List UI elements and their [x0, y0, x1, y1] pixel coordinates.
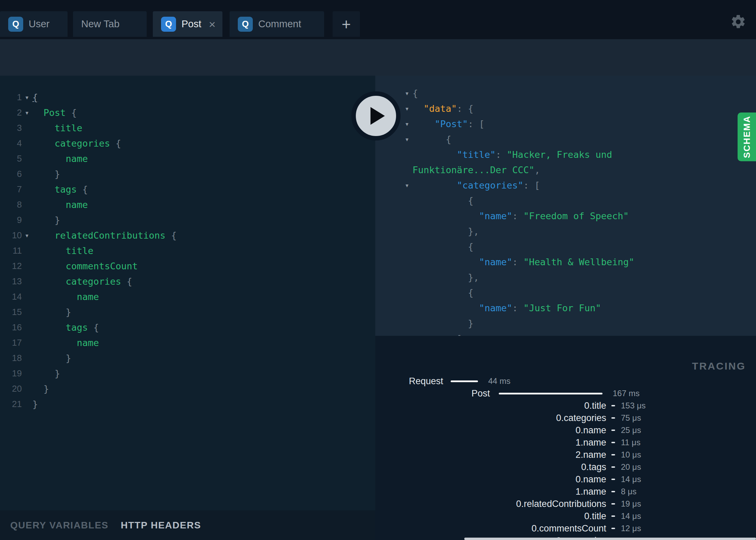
schema-side-tab-label: SCHEMA [742, 116, 752, 158]
line-number: 19 [0, 368, 22, 379]
tab-new-tab[interactable]: New Tab [73, 11, 147, 37]
query-code-line: 6 } [0, 166, 375, 182]
code-text: "Post": [ [412, 119, 484, 129]
line-number: 13 [0, 276, 22, 287]
tab-user[interactable]: QUser [0, 11, 68, 37]
response-viewer: ▼{▼ "data": {▼ "Post": [▼ { "title": "Ha… [375, 76, 756, 336]
fold-arrow-icon[interactable]: ▼ [402, 91, 412, 96]
http-headers-tab[interactable]: HTTP HEADERS [121, 520, 201, 531]
code-text: categories { [32, 138, 121, 149]
code-text: "data": { [412, 103, 474, 114]
settings-gear-icon[interactable] [730, 14, 746, 30]
tracing-row: 0.relatedContributions19 μs [375, 498, 756, 510]
tracing-panel: TRACING Request44 msPost167 ms0.title153… [375, 336, 756, 540]
tab-label: Post [181, 18, 201, 30]
tracing-duration-value: 14 μs [621, 511, 641, 521]
tracing-row: 1.name8 μs [375, 485, 756, 498]
tracing-row-label: 0.name [375, 474, 606, 485]
tracing-row: 0.commentsCount12 μs [375, 522, 756, 535]
query-code-line: 16 tags { [0, 320, 375, 335]
query-code-line: 9 } [0, 212, 375, 228]
query-code-line: 10▼ relatedContributions { [0, 228, 375, 243]
tracing-row-label: 0.title [375, 401, 606, 411]
tracing-dash-icon [611, 491, 615, 492]
tracing-duration-value: 75 μs [621, 413, 641, 423]
line-number: 4 [0, 138, 22, 149]
code-text: title [32, 245, 93, 256]
tab-post[interactable]: QPost× [153, 11, 222, 37]
code-text: { [412, 287, 474, 298]
tracing-row-label: Request [375, 376, 443, 387]
line-number: 1 [0, 92, 22, 103]
fold-arrow-icon[interactable]: ▼ [402, 137, 412, 142]
schema-side-tab[interactable]: SCHEMA [738, 112, 756, 161]
line-number: 8 [0, 199, 22, 210]
tracing-duration-value: 10 μs [621, 450, 641, 460]
query-code-line: 20 } [0, 381, 375, 396]
tracing-row: Request44 ms [375, 375, 756, 387]
response-code-line: { [375, 285, 756, 300]
code-text: "name": "Freedom of Speech" [412, 211, 629, 221]
query-code-line: 1▼{ [0, 90, 375, 105]
code-text: name [32, 153, 88, 164]
query-code-line: 14 name [0, 289, 375, 304]
response-code-line: ▼{ [375, 86, 756, 101]
fold-arrow-icon[interactable]: ▼ [22, 95, 32, 100]
tracing-dash-icon [611, 417, 615, 419]
tracing-dash-icon [611, 466, 615, 468]
tab-bar: QUserNew TabQPost×QComment + [0, 0, 756, 39]
line-number: 5 [0, 153, 22, 164]
fold-arrow-icon[interactable]: ▼ [402, 183, 412, 188]
code-text: Post { [32, 107, 77, 118]
line-number: 14 [0, 291, 22, 302]
fold-arrow-icon[interactable]: ▼ [22, 233, 32, 238]
tracing-dash-icon [611, 442, 615, 443]
tracing-duration-value: 44 ms [488, 376, 510, 386]
code-text: Funktionäre...Der CCC", [412, 165, 540, 175]
response-code-line: "name": "Freedom of Speech" [375, 208, 756, 224]
query-code-line: 13 categories { [0, 274, 375, 289]
code-text: }, [412, 226, 479, 237]
fold-arrow-icon[interactable]: ▼ [402, 121, 412, 127]
code-text: commentsCount [32, 261, 138, 271]
toolbar: PRETTIFY HISTORY ↺ COPY CURL SHARE PLAYG… [0, 39, 756, 76]
close-tab-icon[interactable]: × [209, 18, 216, 30]
code-text: title [32, 123, 82, 133]
query-code-line: 21} [0, 396, 375, 412]
code-text: "name": "Health & Wellbeing" [412, 257, 634, 267]
tracing-row-label: 1.name [375, 437, 606, 448]
tracing-duration-value: 167 ms [613, 389, 640, 398]
line-number: 17 [0, 338, 22, 348]
code-text: { [412, 134, 451, 145]
line-number: 2 [0, 107, 22, 118]
tab-comment[interactable]: QComment [230, 11, 324, 37]
execute-query-button[interactable] [351, 91, 401, 140]
graphql-playground-window: QUserNew TabQPost×QComment + PRETTIFY HI… [0, 0, 756, 540]
fold-arrow-icon[interactable]: ▼ [402, 106, 412, 111]
add-tab-button[interactable]: + [333, 11, 360, 37]
tab-label: New Tab [81, 18, 119, 30]
response-code-line: }, [375, 270, 756, 285]
query-code-line: 12 commentsCount [0, 258, 375, 274]
code-text: "title": "Hacker, Freaks und [412, 149, 612, 160]
query-code-line: 18 } [0, 350, 375, 366]
code-text: } [32, 169, 60, 179]
query-badge-icon: Q [238, 17, 253, 32]
code-text: } [32, 353, 71, 363]
response-code-line: ] [375, 331, 756, 336]
tracing-duration-value: 20 μs [621, 462, 641, 472]
fold-arrow-icon[interactable]: ▼ [22, 110, 32, 116]
query-code-line: 15 } [0, 304, 375, 320]
code-text: { [412, 241, 474, 252]
query-variables-tab[interactable]: QUERY VARIABLES [10, 520, 108, 531]
tracing-duration-value: 14 μs [621, 475, 641, 484]
code-text: } [32, 399, 38, 409]
tracing-row-label: 0.categories [375, 413, 606, 423]
horizontal-scrollbar[interactable] [464, 538, 756, 540]
query-editor[interactable]: 1▼{2▼ Post {3 title4 categories {5 name6… [0, 76, 375, 510]
tracing-duration-bar [499, 393, 602, 394]
code-text: { [412, 195, 474, 206]
response-code-line: ▼ { [375, 132, 756, 147]
tracing-duration-bar [451, 380, 478, 382]
line-number: 12 [0, 261, 22, 271]
